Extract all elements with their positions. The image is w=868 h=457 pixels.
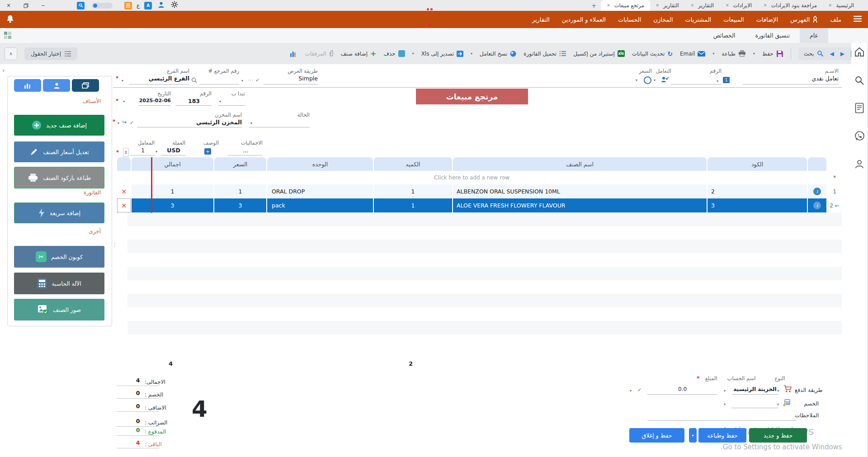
description-add-icon[interactable]: +: [204, 148, 211, 155]
copy-dropdown-caret[interactable]: ▾: [471, 52, 472, 56]
save-and-print-button[interactable]: حفظ وطباعة: [698, 428, 746, 443]
discount-coupon-button[interactable]: كوبون الخصم ✂: [14, 246, 104, 268]
cell-quantity[interactable]: 1: [374, 184, 452, 198]
whatsapp-rail-button[interactable]: [854, 131, 865, 143]
discount-value[interactable]: 0: [117, 390, 159, 399]
header-price[interactable]: السعر: [214, 157, 266, 171]
status-input[interactable]: [249, 119, 310, 127]
profile-rail-button[interactable]: [854, 159, 864, 171]
account-dropdown-caret[interactable]: ▾: [724, 389, 726, 393]
prev-record-button[interactable]: ◀: [830, 51, 834, 57]
customer-number-input[interactable]: [671, 75, 722, 85]
redo-arrow-icon[interactable]: ↪: [122, 119, 127, 125]
notifications-bell-button[interactable]: [6, 15, 14, 24]
display-mode-input[interactable]: Simple: [264, 75, 318, 85]
header-item-name[interactable]: اسم الصنف: [453, 157, 707, 171]
attachments-button[interactable]: المرفقات: [305, 50, 333, 57]
customer-name-input[interactable]: تعامل نقدي: [743, 75, 839, 85]
print-button[interactable]: طباعة: [722, 50, 745, 57]
cell-price[interactable]: 3: [214, 198, 266, 212]
price-circle-icon[interactable]: [644, 76, 651, 86]
minimize-window-button[interactable]: ─: [34, 0, 52, 11]
collapse-toolbar-button[interactable]: ∧: [5, 47, 17, 60]
menu-addons[interactable]: الإضافات: [756, 16, 778, 23]
doc-number-input[interactable]: 183: [175, 98, 212, 106]
search-tile-button[interactable]: [77, 2, 85, 9]
customer-card-icon[interactable]: 1: [723, 77, 730, 83]
table-row-selected[interactable]: ← 2 i 3 ALOE VERA FRESH FLOWERY FLAVOUR …: [117, 198, 842, 212]
language-letter[interactable]: ع: [137, 2, 140, 9]
dealing-dropdown-caret[interactable]: ▾: [654, 78, 656, 82]
taxes-value[interactable]: 0: [117, 418, 159, 427]
subtab-invoice-format[interactable]: تنسيق الفاتورة: [745, 28, 800, 43]
close-tab-icon[interactable]: ✕: [764, 3, 767, 8]
discount-input[interactable]: [731, 400, 778, 408]
add-item-button[interactable]: + إضافة صنف: [341, 49, 377, 58]
save-button[interactable]: حفظ: [762, 50, 783, 57]
customer-minitab[interactable]: [43, 79, 70, 92]
customer-dropdown-caret[interactable]: ▾: [717, 79, 718, 83]
cell-price[interactable]: 1: [214, 184, 266, 198]
add-new-row[interactable]: * Click here to add a new row: [117, 171, 842, 184]
warehouse-dropdown-caret[interactable]: ▾: [118, 121, 119, 125]
cell-code[interactable]: 2: [708, 184, 807, 198]
branch-dropdown-caret[interactable]: ▾: [122, 79, 123, 83]
header-code[interactable]: الكود: [708, 157, 807, 171]
totals-summary-input[interactable]: ...: [227, 147, 263, 155]
branch-input[interactable]: الفرع الرئيسي: [129, 75, 189, 85]
menu-sales[interactable]: المبيعات: [723, 16, 744, 23]
account-input[interactable]: الخزينة الرئيسية: [731, 386, 778, 395]
settings-button[interactable]: [171, 1, 178, 10]
date-input[interactable]: 2025-02-06: [138, 98, 171, 106]
new-tab-button[interactable]: +: [587, 0, 601, 11]
amount-dropdown-caret[interactable]: ▾: [630, 389, 632, 393]
display-ellipsis-button[interactable]: ...: [248, 76, 254, 82]
choose-fields-button[interactable]: إختيار الحقول: [24, 47, 77, 60]
warehouse-input[interactable]: المخزن الرئيسي: [137, 119, 242, 127]
export-xls-button[interactable]: تصدير إلى Xls: [421, 51, 463, 57]
header-unit[interactable]: الوحده: [267, 157, 373, 171]
save-options-caret-button[interactable]: ▾: [689, 428, 697, 443]
theme-toggle[interactable]: [92, 3, 113, 9]
starts-with-input[interactable]: [218, 98, 245, 106]
cell-code[interactable]: 3: [708, 198, 807, 212]
stats-minitab[interactable]: [14, 79, 41, 92]
delete-row-button[interactable]: ✕: [117, 198, 131, 212]
tab-home[interactable]: الرئيسية✕: [823, 0, 860, 11]
refresh-data-button[interactable]: ↻ تحديث البيانات: [632, 50, 673, 57]
save-dropdown-caret[interactable]: ▾: [753, 52, 755, 56]
amount-input[interactable]: 0.0: [647, 386, 717, 395]
import-excel-button[interactable]: xls إستيراد من إكسيل: [573, 50, 625, 57]
cell-total[interactable]: 1: [132, 184, 213, 198]
load-invoice-button[interactable]: تحميل الفاتورة: [524, 51, 566, 57]
email-button[interactable]: Email: [680, 51, 705, 57]
delete-row-icon[interactable]: ✕: [121, 202, 127, 209]
price-dropdown-caret[interactable]: ▾: [636, 78, 637, 82]
close-window-button[interactable]: ✕: [0, 0, 17, 11]
next-record-button[interactable]: ▶: [840, 51, 844, 57]
restore-window-button[interactable]: [17, 0, 34, 11]
tab-reports-2[interactable]: التقارير✕: [650, 0, 685, 11]
delete-row-icon[interactable]: ✕: [121, 188, 127, 195]
close-tab-icon[interactable]: ✕: [607, 3, 610, 8]
save-and-new-button[interactable]: حفظ و جديد: [749, 428, 807, 443]
search-button[interactable]: بحث: [804, 50, 824, 57]
menu-warehouses[interactable]: المخازن: [653, 16, 673, 23]
info-icon[interactable]: i: [813, 202, 821, 209]
close-tab-icon[interactable]: ✕: [829, 3, 832, 8]
save-and-close-button[interactable]: حفظ و إغلاق: [629, 428, 684, 443]
paid-value[interactable]: 0: [117, 427, 159, 436]
discount-dropdown-caret[interactable]: ▾: [724, 402, 726, 406]
tab-revenues[interactable]: الايرادات✕: [720, 0, 758, 11]
person-check-icon[interactable]: [661, 76, 669, 85]
cell-item-name[interactable]: ALOE VERA FRESH FLOWERY FLAVOUR: [453, 198, 707, 212]
close-tab-icon[interactable]: ✕: [726, 3, 729, 8]
menu-clients-suppliers[interactable]: العملاء و الموردين: [562, 16, 606, 23]
currency-input[interactable]: USD: [161, 147, 185, 155]
cell-item-name[interactable]: ALBENZON ORAL SUSPENSION 10ML: [453, 184, 707, 198]
delete-button[interactable]: حذف: [383, 50, 405, 57]
subtab-general[interactable]: عام: [800, 28, 828, 43]
collapse-panel-chevron[interactable]: ‹: [2, 67, 5, 74]
user-button[interactable]: [158, 1, 165, 10]
reference-number-input[interactable]: [199, 75, 239, 85]
